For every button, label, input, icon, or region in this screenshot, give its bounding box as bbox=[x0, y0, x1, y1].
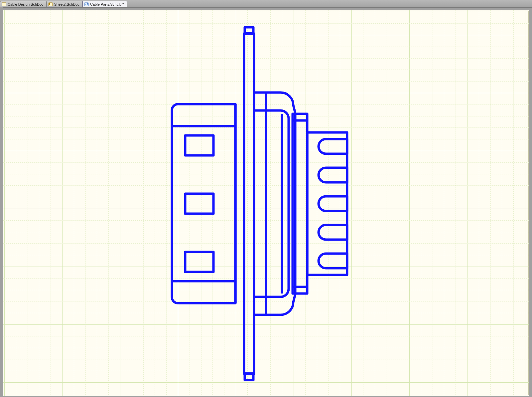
svg-rect-7 bbox=[245, 27, 253, 34]
document-tabbar: Cable Design.SchDoc Sheet2.SchDoc Cable … bbox=[0, 0, 532, 8]
schdoc-icon bbox=[48, 2, 53, 7]
svg-rect-6 bbox=[244, 33, 254, 374]
tab-label: Cable Parts.SchLib * bbox=[90, 1, 124, 7]
schlib-icon bbox=[84, 2, 89, 7]
svg-rect-1 bbox=[3, 3, 3, 5]
svg-rect-8 bbox=[245, 373, 253, 380]
left-gutter bbox=[0, 7, 3, 397]
svg-rect-3 bbox=[49, 3, 50, 5]
tab-cable-design[interactable]: Cable Design.SchDoc bbox=[0, 1, 47, 7]
tab-label: Sheet2.SchDoc bbox=[54, 1, 79, 7]
tab-sheet2[interactable]: Sheet2.SchDoc bbox=[47, 1, 82, 7]
svg-rect-2 bbox=[49, 3, 53, 6]
svg-rect-4 bbox=[84, 3, 88, 6]
svg-rect-12 bbox=[185, 135, 213, 155]
tab-cable-parts[interactable]: Cable Parts.SchLib * bbox=[82, 1, 127, 7]
svg-rect-14 bbox=[185, 252, 213, 272]
svg-rect-13 bbox=[185, 194, 213, 214]
schematic-library-editor[interactable] bbox=[0, 7, 532, 397]
svg-point-5 bbox=[87, 3, 88, 4]
tab-label: Cable Design.SchDoc bbox=[8, 1, 44, 7]
svg-rect-0 bbox=[2, 3, 6, 6]
component-drawing bbox=[0, 7, 532, 397]
schdoc-icon bbox=[2, 2, 6, 7]
